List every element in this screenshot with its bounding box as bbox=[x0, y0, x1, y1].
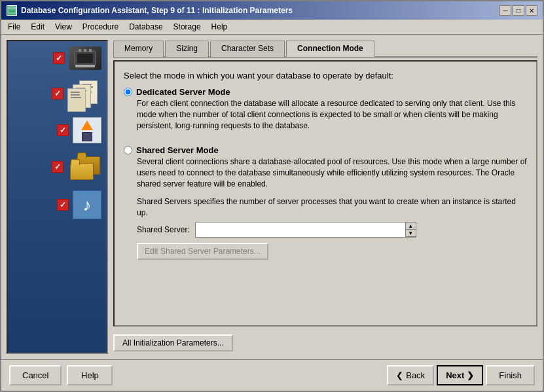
shared-server-label[interactable]: Shared Server Mode bbox=[124, 145, 527, 155]
window-title: Database Configuration Assistant, Step 9… bbox=[21, 6, 293, 15]
minimize-button[interactable]: ─ bbox=[499, 5, 511, 16]
help-button[interactable]: Help bbox=[67, 365, 113, 385]
svg-rect-6 bbox=[89, 65, 92, 67]
left-panel-item-2: ✓ bbox=[52, 78, 101, 109]
dedicated-server-text: Dedicated Server Mode bbox=[136, 87, 230, 97]
maximize-button[interactable]: □ bbox=[513, 5, 524, 16]
menubar: File Edit View Procedure Database Storag… bbox=[1, 20, 543, 35]
main-window: Database Configuration Assistant, Step 9… bbox=[0, 0, 544, 392]
checkmark-5: ✓ bbox=[57, 199, 69, 211]
menu-storage[interactable]: Storage bbox=[170, 21, 205, 33]
dedicated-server-radio[interactable] bbox=[124, 88, 132, 96]
left-panel-item-4: ✓ bbox=[52, 151, 101, 183]
title-bar: Database Configuration Assistant, Step 9… bbox=[1, 1, 543, 20]
tab-character-sets[interactable]: Character Sets bbox=[210, 41, 285, 57]
spinner-buttons: ▲ ▼ bbox=[405, 223, 416, 237]
menu-edit[interactable]: Edit bbox=[27, 21, 48, 33]
shared-server-input-wrapper: ▲ ▼ bbox=[195, 222, 416, 238]
main-content: ✓ ✓ bbox=[1, 35, 543, 359]
menu-file[interactable]: File bbox=[4, 21, 24, 33]
tabs-bar: Memory Sizing Character Sets Connection … bbox=[113, 40, 537, 58]
back-button[interactable]: ❮ Back bbox=[387, 365, 434, 385]
bottom-right-buttons: ❮ Back Next ❯ Finish bbox=[387, 365, 535, 385]
dedicated-server-option: Dedicated Server Mode For each client co… bbox=[124, 87, 527, 131]
checkmark-4: ✓ bbox=[52, 161, 63, 173]
svg-rect-7 bbox=[79, 49, 81, 52]
back-arrow-icon: ❮ bbox=[396, 370, 403, 380]
left-panel-item-5: ✓ ♪ bbox=[57, 190, 101, 219]
shared-server-text: Shared Server Mode bbox=[136, 145, 219, 155]
svg-rect-9 bbox=[89, 49, 92, 52]
finish-button[interactable]: Finish bbox=[486, 365, 535, 385]
all-init-params-button[interactable]: All Initialization Parameters... bbox=[113, 334, 233, 351]
bottom-bar: Cancel Help ❮ Back Next ❯ Finish bbox=[1, 359, 543, 391]
dedicated-server-label[interactable]: Dedicated Server Mode bbox=[124, 87, 527, 97]
edit-shared-server-button[interactable]: Edit Shared Server Parameters... bbox=[137, 243, 268, 260]
instruction-text: Select the mode in which you want your d… bbox=[124, 71, 527, 80]
back-label: Back bbox=[406, 370, 425, 380]
cancel-button[interactable]: Cancel bbox=[9, 365, 62, 385]
shared-server-row: Shared Server: ▲ ▼ bbox=[124, 222, 527, 238]
svg-rect-3 bbox=[77, 54, 93, 63]
left-panel-item-1: ✓ bbox=[53, 46, 101, 70]
menu-database[interactable]: Database bbox=[125, 21, 166, 33]
shared-server-field-label: Shared Server: bbox=[137, 225, 190, 234]
tab-memory[interactable]: Memory bbox=[113, 41, 164, 57]
radio-section: Dedicated Server Mode For each client co… bbox=[124, 87, 527, 260]
shared-server-desc2: Shared Servers specifies the number of s… bbox=[124, 196, 527, 219]
tab-sizing[interactable]: Sizing bbox=[165, 41, 209, 57]
left-panel: ✓ ✓ bbox=[7, 40, 108, 354]
shared-server-desc1: Several client connections share a datab… bbox=[124, 156, 527, 189]
next-button[interactable]: Next ❯ bbox=[437, 365, 483, 385]
checkmark-3: ✓ bbox=[57, 124, 69, 136]
checkmark-1: ✓ bbox=[53, 52, 65, 64]
shared-server-radio[interactable] bbox=[124, 146, 132, 154]
svg-point-1 bbox=[8, 7, 16, 9]
spin-down-button[interactable]: ▼ bbox=[406, 230, 416, 237]
chip-icon bbox=[69, 46, 101, 70]
left-panel-item-3: ✓ bbox=[57, 117, 101, 143]
tab-content: Select the mode in which you want your d… bbox=[113, 60, 537, 327]
menu-help[interactable]: Help bbox=[208, 21, 232, 33]
dedicated-server-desc: For each client connection the database … bbox=[124, 98, 527, 131]
app-icon bbox=[7, 5, 17, 16]
bottom-left-buttons: Cancel Help bbox=[9, 365, 113, 385]
shared-server-input[interactable] bbox=[196, 223, 405, 237]
menu-procedure[interactable]: Procedure bbox=[79, 21, 122, 33]
shared-server-option: Shared Server Mode Several client connec… bbox=[124, 145, 527, 260]
svg-rect-8 bbox=[84, 49, 86, 52]
next-label: Next bbox=[446, 370, 464, 380]
title-bar-left: Database Configuration Assistant, Step 9… bbox=[7, 5, 293, 16]
svg-rect-5 bbox=[84, 65, 86, 67]
next-arrow-icon: ❯ bbox=[467, 370, 474, 380]
title-bar-controls: ─ □ ✕ bbox=[499, 5, 537, 16]
spin-up-button[interactable]: ▲ bbox=[406, 223, 416, 230]
right-panel: Memory Sizing Character Sets Connection … bbox=[113, 40, 537, 354]
tab-connection-mode[interactable]: Connection Mode bbox=[286, 41, 374, 57]
svg-rect-4 bbox=[79, 65, 81, 67]
checkmark-2: ✓ bbox=[52, 88, 63, 99]
menu-view[interactable]: View bbox=[51, 21, 76, 33]
all-params-section: All Initialization Parameters... bbox=[113, 329, 537, 354]
close-button[interactable]: ✕ bbox=[526, 5, 537, 16]
